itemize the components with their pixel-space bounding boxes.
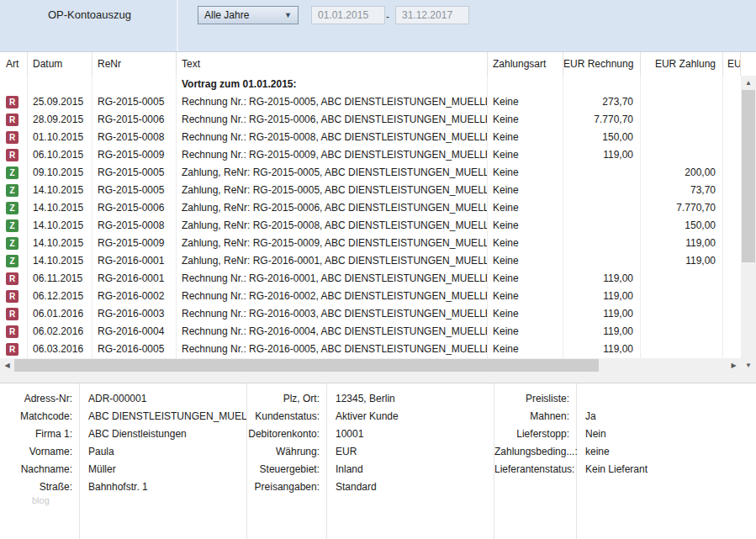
column-header-renr[interactable]: ReNr [93,52,177,76]
horizontal-scrollbar-thumb[interactable] [14,359,599,372]
table-row[interactable]: R28.09.2015RG-2015-0006Rechnung Nr.: RG-… [0,111,741,129]
art-cell [0,76,28,93]
extra-cell [723,129,741,146]
invoice-type-badge: R [6,308,19,320]
payment-type-badge: Z [6,255,19,267]
detail-value: Kein Lieferant [577,461,756,478]
details-value-column: 12345, BerlinAktiver Kunde10001EURInland… [327,383,494,539]
vertical-scrollbar[interactable]: ▲ ▼ [741,76,756,373]
extra-cell [723,323,741,341]
datum-cell: 28.09.2015 [28,111,93,129]
date-range-separator: - [386,11,389,23]
table-row[interactable]: R06.12.2015RG-2016-0002Rechnung Nr.: RG-… [0,288,741,305]
text-cell: Rechnung Nr.: RG-2016-0003, ABC DIENSTLE… [177,305,488,323]
table-row[interactable]: Z09.10.2015RG-2015-0005Zahlung, ReNr: RG… [0,164,741,182]
eur-rechnung-cell: 119,00 [563,146,641,164]
payment-type-badge: Z [6,219,19,232]
art-cell: Z [0,182,28,199]
column-header-art[interactable]: Art [0,52,28,76]
extra-cell [723,235,741,252]
column-header-eur-rechnung[interactable]: EUR Rechnung [563,52,641,76]
details-label-column: Plz, Ort:Kundenstatus:Debitorenkonto:Wäh… [247,383,327,539]
table-row[interactable]: Z14.10.2015RG-2015-0005Zahlung, ReNr: RG… [0,182,741,199]
date-to-input[interactable]: 31.12.2017 [395,6,469,24]
table-row[interactable]: Z14.10.2015RG-2016-0001Zahlung, ReNr: RG… [0,252,741,270]
eur-rechnung-cell: 273,70 [563,93,641,111]
detail-value: keine [577,443,756,461]
datum-cell: 06.11.2015 [28,270,93,288]
eur-zahlung-cell: 7.770,70 [641,199,723,217]
column-header-eur-n[interactable]: EUR N [723,52,741,76]
column-header-text[interactable]: Text [177,52,488,76]
text-cell: Rechnung Nr.: RG-2015-0005, ABC DIENSTLE… [177,93,488,111]
vertical-scrollbar-thumb[interactable] [742,90,755,262]
detail-label: Straße: [0,478,79,496]
table-row[interactable]: R01.10.2015RG-2015-0008Rechnung Nr.: RG-… [0,129,741,146]
eur-rechnung-cell [563,235,641,252]
eur-zahlung-cell [641,111,723,129]
page-title: OP-Kontoauszug [48,8,131,21]
detail-label: Mahnen: [494,408,576,425]
eur-rechnung-cell: 119,00 [563,288,641,305]
datum-cell: 14.10.2015 [28,217,93,235]
year-filter-select[interactable]: Alle Jahre ▼ [198,6,299,24]
extra-cell [723,199,741,217]
detail-value: 12345, Berlin [327,390,494,408]
table-row[interactable]: R06.10.2015RG-2015-0009Rechnung Nr.: RG-… [0,146,741,164]
eur-zahlung-cell [641,76,723,93]
table-row[interactable]: R25.09.2015RG-2015-0005Rechnung Nr.: RG-… [0,93,741,111]
column-header-datum[interactable]: Datum [28,52,93,76]
art-cell: R [0,111,28,129]
art-cell: Z [0,217,28,235]
detail-value [577,390,756,408]
eur-rechnung-cell: 119,00 [563,323,641,341]
text-cell: Rechnung Nr.: RG-2016-0004, ABC DIENSTLE… [177,323,488,341]
renr-cell: RG-2015-0008 [93,129,177,146]
eur-rechnung-cell: 7.770,70 [563,111,641,129]
detail-label: Preisangaben: [247,478,326,496]
column-header-eur-zahlung[interactable]: EUR Zahlung [641,52,723,76]
table-row[interactable]: Z14.10.2015RG-2015-0009Zahlung, ReNr: RG… [0,235,741,252]
details-value-column: ADR-000001ABC DIENSTLEISTUNGEN_MUELL...A… [80,383,246,539]
eur-rechnung-cell [563,164,641,182]
text-cell: Rechnung Nr.: RG-2016-0005, ABC DIENSTLE… [177,341,488,358]
column-header-zahlungsart[interactable]: Zahlungsart [488,52,563,76]
detail-value: Nein [577,425,756,443]
renr-cell: RG-2015-0006 [93,111,177,129]
toolbar: OP-Kontoauszug Alle Jahre ▼ 01.01.2015 -… [0,0,756,52]
table-row[interactable]: Z14.10.2015RG-2015-0006Zahlung, ReNr: RG… [0,199,741,217]
table-row[interactable]: R06.02.2016RG-2016-0004Rechnung Nr.: RG-… [0,323,741,341]
detail-value: Bahnhofstr. 1 [80,478,246,496]
art-cell: R [0,341,28,358]
detail-label: Debitorenkonto: [247,425,326,443]
horizontal-scrollbar[interactable]: ◀ ▶ [0,358,741,373]
renr-cell: RG-2015-0005 [93,164,177,182]
date-from-input[interactable]: 01.01.2015 [311,6,385,24]
table-row[interactable]: R06.11.2015RG-2016-0001Rechnung Nr.: RG-… [0,270,741,288]
renr-cell: RG-2015-0006 [93,199,177,217]
table-body: Vortrag zum 01.01.2015:R25.09.2015RG-201… [0,76,741,358]
renr-cell [93,76,177,93]
zahlungsart-cell: Keine [488,164,563,182]
zahlungsart-cell: Keine [488,146,563,164]
detail-label: Nachname: [0,461,79,478]
scroll-left-icon[interactable]: ◀ [0,358,14,373]
eur-zahlung-cell: 119,00 [641,252,723,270]
renr-cell: RG-2015-0005 [93,182,177,199]
extra-cell [723,252,741,270]
detail-value: ABC DIENSTLEISTUNGEN_MUELL... [80,408,246,425]
table-row-vortrag[interactable]: Vortrag zum 01.01.2015: [0,76,741,93]
table-row[interactable]: Z14.10.2015RG-2015-0008Zahlung, ReNr: RG… [0,217,741,235]
scroll-down-icon[interactable]: ▼ [741,358,756,373]
vortrag-label: Vortrag zum 01.01.2015: [177,76,488,93]
table-row[interactable]: R06.01.2016RG-2016-0003Rechnung Nr.: RG-… [0,305,741,323]
scroll-up-icon[interactable]: ▲ [741,76,756,90]
invoice-type-badge: R [6,114,19,126]
table-row[interactable]: R06.03.2016RG-2016-0005Rechnung Nr.: RG-… [0,341,741,358]
scroll-right-icon[interactable]: ▶ [727,358,741,373]
eur-zahlung-cell: 150,00 [641,217,723,235]
detail-value: ADR-000001 [80,390,246,408]
zahlungsart-cell: Keine [488,288,563,305]
art-cell: Z [0,164,28,182]
details-group: Preisliste:Mahnen:Lieferstopp:Zahlungsbe… [494,383,756,539]
